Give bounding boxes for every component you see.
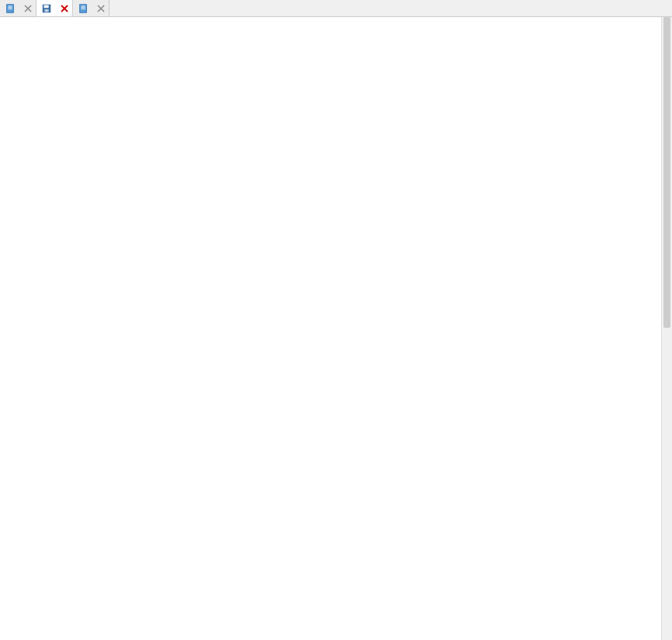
close-icon[interactable] bbox=[60, 4, 69, 13]
file-icon bbox=[78, 3, 89, 14]
vertical-scrollbar[interactable] bbox=[661, 17, 672, 640]
svg-rect-9 bbox=[81, 7, 85, 8]
file-icon bbox=[5, 3, 16, 14]
svg-rect-8 bbox=[81, 5, 85, 6]
tab-2[interactable] bbox=[73, 0, 110, 16]
svg-rect-1 bbox=[8, 5, 12, 6]
tab-0[interactable] bbox=[0, 0, 37, 16]
scroll-thumb[interactable] bbox=[663, 17, 670, 328]
tab-bar bbox=[0, 0, 672, 17]
close-icon[interactable] bbox=[23, 4, 33, 13]
svg-rect-6 bbox=[44, 9, 48, 12]
close-icon[interactable] bbox=[96, 4, 106, 13]
code-editor[interactable] bbox=[0, 17, 672, 640]
svg-rect-3 bbox=[8, 9, 12, 9]
tab-1[interactable] bbox=[37, 0, 73, 16]
save-icon bbox=[41, 3, 52, 14]
svg-rect-5 bbox=[44, 5, 49, 8]
svg-rect-10 bbox=[81, 9, 85, 9]
svg-rect-2 bbox=[8, 7, 12, 8]
